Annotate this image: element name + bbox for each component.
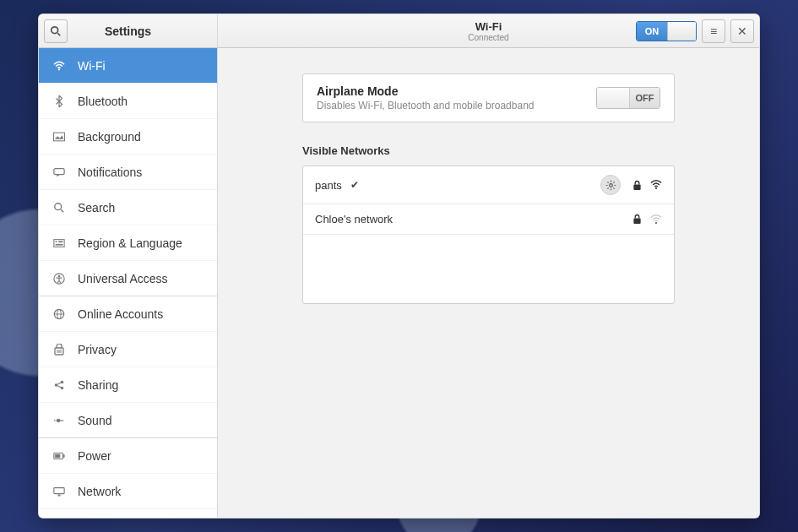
svg-point-25: [57, 418, 60, 421]
sidebar-item-label: Bluetooth: [78, 95, 128, 108]
main-header: Wi-Fi Connected ON ≡ ✕: [218, 14, 759, 48]
svg-point-33: [609, 183, 612, 187]
svg-line-1: [57, 33, 60, 35]
airplane-toggle-handle: [597, 88, 629, 108]
network-name: Chloe's network: [315, 213, 393, 225]
search-icon: [50, 25, 62, 37]
sidebar-item-search[interactable]: Search: [39, 190, 217, 225]
sidebar-item-bluetooth[interactable]: Bluetooth: [39, 84, 217, 119]
airplane-mode-title: Airplane Mode: [317, 84, 534, 98]
sidebar-list: Wi-Fi Bluetooth Background Notifications…: [39, 48, 217, 518]
region-icon: [52, 238, 66, 248]
close-button[interactable]: ✕: [730, 19, 754, 43]
sidebar-item-power[interactable]: Power: [39, 438, 217, 474]
wifi-toggle-on-label: ON: [637, 22, 667, 41]
bluetooth-icon: [52, 95, 66, 107]
sound-icon: [52, 415, 66, 426]
svg-line-40: [607, 187, 608, 188]
sidebar-item-network[interactable]: Network: [39, 474, 217, 509]
svg-point-5: [55, 203, 62, 209]
sidebar-item-universal-access[interactable]: Universal Access: [39, 261, 217, 296]
svg-line-39: [613, 187, 614, 188]
online-accounts-icon: [52, 308, 66, 320]
svg-line-23: [57, 385, 61, 387]
sidebar-item-online-accounts[interactable]: Online Accounts: [39, 296, 217, 332]
connected-check-icon: ✔: [350, 179, 359, 191]
svg-point-0: [52, 26, 58, 33]
sidebar-item-label: Background: [78, 130, 141, 144]
network-settings-button[interactable]: [600, 175, 621, 195]
svg-line-38: [607, 182, 608, 182]
visible-networks-label: Visible Networks: [302, 144, 675, 157]
sidebar-item-wifi[interactable]: Wi-Fi: [39, 48, 217, 84]
sidebar-item-label: Search: [78, 201, 115, 214]
wifi-toggle[interactable]: ON: [636, 21, 697, 41]
airplane-mode-toggle[interactable]: OFF: [596, 87, 660, 109]
search-icon: [52, 202, 66, 214]
svg-point-12: [58, 274, 61, 277]
lock-icon: [632, 214, 642, 225]
svg-rect-4: [54, 168, 64, 174]
power-icon: [52, 452, 66, 460]
sidebar-item-label: Power: [78, 449, 111, 463]
sidebar-item-label: Region & Language: [78, 236, 182, 250]
svg-rect-7: [54, 239, 64, 247]
gear-icon: [605, 180, 616, 191]
sidebar-item-region[interactable]: Region & Language: [39, 225, 217, 261]
sidebar-title: Settings: [68, 24, 212, 38]
svg-rect-29: [55, 453, 60, 457]
wifi-toggle-handle: [667, 22, 696, 41]
sidebar: Settings Wi-Fi Bluetooth Background Noti…: [39, 14, 218, 518]
universal-access-icon: [52, 273, 66, 285]
svg-rect-44: [633, 219, 640, 224]
network-status-icons: [632, 180, 662, 191]
sidebar-item-background[interactable]: Background: [39, 119, 217, 155]
sidebar-item-label: Sharing: [78, 378, 118, 392]
content-area: Airplane Mode Disables Wi-Fi, Bluetooth …: [218, 48, 759, 329]
sidebar-item-label: Sound: [78, 414, 111, 427]
sidebar-item-label: Wi-Fi: [78, 59, 106, 73]
svg-rect-3: [53, 133, 64, 141]
svg-rect-28: [63, 454, 65, 458]
sidebar-item-label: Online Accounts: [78, 307, 163, 321]
sidebar-item-label: Universal Access: [78, 272, 168, 285]
background-icon: [52, 132, 66, 142]
airplane-toggle-off-label: OFF: [629, 88, 660, 108]
signal-strong-icon: [650, 180, 662, 190]
search-button[interactable]: [44, 19, 68, 43]
network-row[interactable]: pants ✔: [303, 166, 674, 204]
airplane-mode-desc: Disables Wi-Fi, Bluetooth and mobile bro…: [317, 100, 534, 111]
network-icon: [52, 486, 66, 497]
svg-line-22: [57, 383, 61, 384]
network-list: pants ✔ Chloe's network: [302, 166, 675, 304]
sidebar-header: Settings: [39, 14, 217, 48]
network-row[interactable]: Chloe's network: [303, 204, 674, 235]
hamburger-icon: ≡: [710, 24, 717, 38]
notifications-icon: [52, 167, 66, 177]
svg-rect-30: [54, 487, 64, 493]
svg-point-43: [655, 187, 657, 189]
svg-point-2: [58, 68, 60, 70]
sharing-icon: [52, 379, 66, 391]
airplane-mode-card: Airplane Mode Disables Wi-Fi, Bluetooth …: [302, 73, 675, 122]
svg-line-6: [61, 209, 63, 212]
sidebar-item-label: Privacy: [78, 343, 117, 356]
sidebar-item-sound[interactable]: Sound: [39, 403, 217, 438]
svg-rect-42: [633, 184, 640, 189]
network-status-icons: [632, 214, 662, 225]
svg-line-41: [613, 182, 614, 182]
sidebar-item-notifications[interactable]: Notifications: [39, 155, 217, 190]
svg-rect-10: [56, 243, 63, 245]
svg-rect-8: [56, 241, 57, 242]
svg-rect-16: [55, 348, 63, 355]
settings-window: Settings Wi-Fi Bluetooth Background Noti…: [38, 14, 760, 518]
svg-rect-9: [58, 241, 62, 242]
sidebar-item-privacy[interactable]: Privacy: [39, 332, 217, 367]
network-name: pants: [315, 179, 342, 192]
svg-point-45: [655, 221, 657, 223]
wifi-icon: [52, 60, 66, 72]
menu-button[interactable]: ≡: [702, 19, 725, 43]
header-actions: ON ≡ ✕: [636, 19, 754, 43]
sidebar-item-sharing[interactable]: Sharing: [39, 367, 217, 403]
airplane-mode-text: Airplane Mode Disables Wi-Fi, Bluetooth …: [317, 84, 534, 111]
